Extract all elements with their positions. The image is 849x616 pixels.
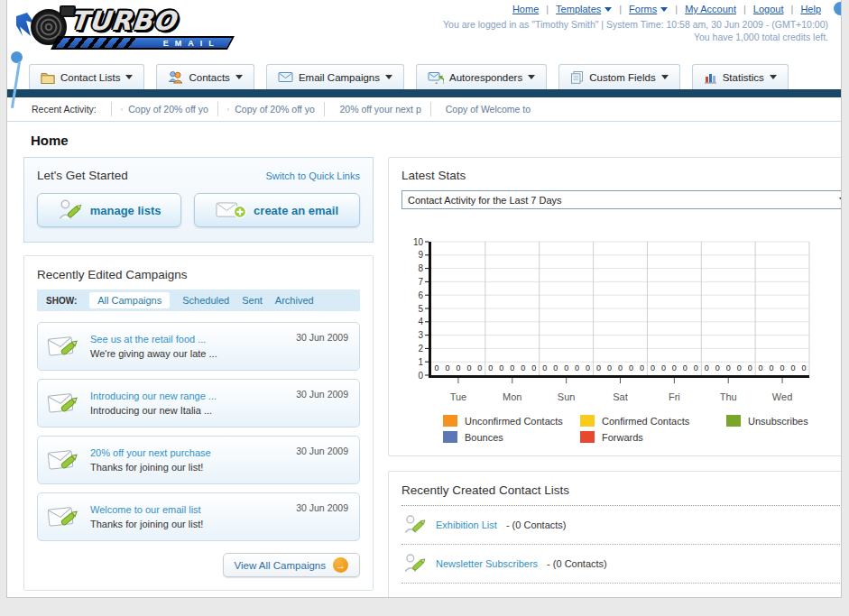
contact-list-link[interactable]: Newsletter Subscribers	[436, 558, 538, 569]
tab-custom-fields[interactable]: Custom Fields	[558, 64, 680, 89]
create-email-button[interactable]: create an email	[194, 193, 360, 227]
svg-text:0: 0	[488, 363, 493, 372]
navy-divider-bar	[7, 89, 841, 97]
contact-list-row[interactable]: Newsletter Subscribers - (0 Contacts)	[401, 545, 842, 584]
contact-list-count: - (0 Contacts)	[506, 519, 567, 530]
recent-activity-label: Recent Activity:	[32, 104, 97, 115]
svg-text:0: 0	[759, 363, 763, 372]
chevron-down-icon	[660, 7, 668, 12]
legend-swatch-forwards	[580, 431, 595, 443]
legend-label: Bounces	[465, 432, 503, 443]
campaign-title-link[interactable]: See us at the retail food ...	[90, 334, 217, 345]
tab-statistics[interactable]: Statistics	[692, 64, 789, 89]
campaigns-title: Recently Edited Campaigns	[37, 268, 360, 281]
svg-text:0: 0	[683, 363, 688, 372]
filter-sent[interactable]: Sent	[242, 295, 263, 306]
campaign-date: 30 Jun 2009	[296, 332, 348, 343]
latest-stats-title: Latest Stats	[401, 169, 842, 182]
envelope-icon	[278, 71, 293, 83]
nav-link-help[interactable]: Help	[793, 4, 828, 14]
recent-activity-item[interactable]: Copy of 20% off yo	[111, 102, 217, 116]
svg-text:Fri: Fri	[669, 391, 680, 402]
campaign-list: See us at the retail food ... We're givi…	[37, 322, 360, 541]
person-pencil-icon	[403, 512, 427, 538]
envelope-pencil-icon	[47, 446, 81, 473]
svg-text:0: 0	[466, 363, 471, 372]
legend-swatch-unsubscribes	[726, 415, 741, 427]
campaign-date: 30 Jun 2009	[296, 389, 348, 400]
tab-autoresponders[interactable]: Autoresponders	[416, 64, 547, 89]
tab-email-campaigns[interactable]: Email Campaigns	[266, 64, 404, 89]
banner-stripes	[53, 38, 140, 48]
svg-text:8: 8	[418, 263, 423, 273]
manage-lists-label: manage lists	[90, 204, 161, 217]
tab-contacts[interactable]: Contacts	[156, 64, 254, 89]
nav-link-home[interactable]: Home	[505, 4, 546, 14]
campaign-title-link[interactable]: Introducing our new range ...	[90, 391, 217, 401]
legend-swatch-confirmed	[580, 415, 595, 427]
nav-link-logout[interactable]: Logout	[746, 4, 791, 14]
contact-list-count: - (0 Contacts)	[547, 558, 607, 569]
svg-text:0: 0	[661, 363, 666, 372]
tab-label: Statistics	[723, 72, 764, 83]
campaign-row[interactable]: Welcome to our email list Thanks for joi…	[37, 492, 360, 541]
svg-text:0: 0	[542, 363, 547, 372]
svg-text:0: 0	[553, 363, 558, 372]
svg-text:0: 0	[737, 363, 742, 372]
svg-text:0: 0	[575, 363, 579, 372]
tab-label: Email Campaigns	[299, 72, 380, 83]
filter-archived[interactable]: Archived	[275, 295, 314, 306]
bar-chart-icon	[704, 71, 717, 84]
campaign-row[interactable]: 20% off your next purchase Thanks for jo…	[37, 436, 360, 484]
show-label: SHOW:	[46, 296, 77, 306]
manage-lists-button[interactable]: manage lists	[37, 193, 181, 227]
legend-label: Unsubscribes	[748, 416, 808, 427]
campaign-title-link[interactable]: 20% off your next purchase	[90, 447, 211, 458]
svg-text:6: 6	[418, 290, 423, 300]
activity-item-label: Copy of 20% off yo	[235, 104, 315, 115]
recent-activity-item[interactable]: 20% off your next p	[324, 102, 430, 116]
svg-text:0: 0	[726, 363, 731, 372]
filter-all-campaigns[interactable]: All Campaigns	[89, 292, 170, 308]
contact-list-link[interactable]: Exhibition List	[436, 519, 497, 530]
legend-label: Forwards	[602, 432, 643, 443]
switch-to-quick-links-link[interactable]: Switch to Quick Links	[265, 170, 360, 181]
nav-link-my-account[interactable]: My Account	[678, 4, 743, 14]
legend-swatch-bounces	[443, 431, 457, 443]
autoresponder-icon	[428, 71, 444, 84]
campaigns-panel: Recently Edited Campaigns SHOW: All Camp…	[23, 255, 374, 591]
view-all-campaigns-button[interactable]: View All Campaigns →	[223, 553, 360, 577]
svg-text:9: 9	[418, 250, 423, 260]
stats-dropdown[interactable]: Contact Activity for the Last 7 Days	[401, 190, 842, 209]
filter-scheduled[interactable]: Scheduled	[182, 295, 229, 306]
svg-text:0: 0	[705, 363, 709, 372]
campaign-title-link[interactable]: Welcome to our email list	[90, 504, 203, 515]
svg-text:Wed: Wed	[772, 391, 792, 402]
recent-activity-item[interactable]: Copy of 20% off yo	[217, 102, 324, 116]
svg-text:5: 5	[418, 304, 423, 314]
legend-item: Unsubscribes	[726, 415, 842, 427]
contacts-icon	[168, 70, 183, 84]
chart-canvas: 01234567891000000Tue00000Mon00000Sun0000…	[401, 233, 818, 409]
recent-activity-item[interactable]: Copy of Welcome to	[430, 102, 537, 116]
tab-label: Contacts	[189, 72, 229, 83]
nav-link-templates[interactable]: Templates	[549, 4, 619, 14]
svg-text:0: 0	[445, 363, 449, 372]
tab-label: Contact Lists	[60, 72, 120, 83]
campaign-row[interactable]: Introducing our new range ... Introducin…	[37, 379, 360, 428]
svg-text:0: 0	[770, 363, 774, 372]
svg-text:Thu: Thu	[720, 391, 737, 402]
legend-label: Confirmed Contacts	[602, 416, 689, 427]
svg-text:0: 0	[434, 363, 438, 372]
tab-contact-lists[interactable]: Contact Lists	[29, 64, 144, 89]
svg-text:0: 0	[629, 363, 633, 372]
contact-list-row[interactable]: Exhibition List - (0 Contacts)	[401, 506, 842, 545]
page-title: Home	[31, 133, 825, 148]
campaign-row[interactable]: See us at the retail food ... We're givi…	[37, 322, 360, 371]
nav-link-forms[interactable]: Forms	[622, 4, 675, 14]
create-email-label: create an email	[254, 204, 338, 217]
legend-label: Unconfirmed Contacts	[465, 416, 563, 427]
svg-text:0: 0	[607, 363, 612, 372]
svg-text:1: 1	[418, 357, 423, 367]
legend-item: Unconfirmed Contacts	[443, 415, 580, 427]
